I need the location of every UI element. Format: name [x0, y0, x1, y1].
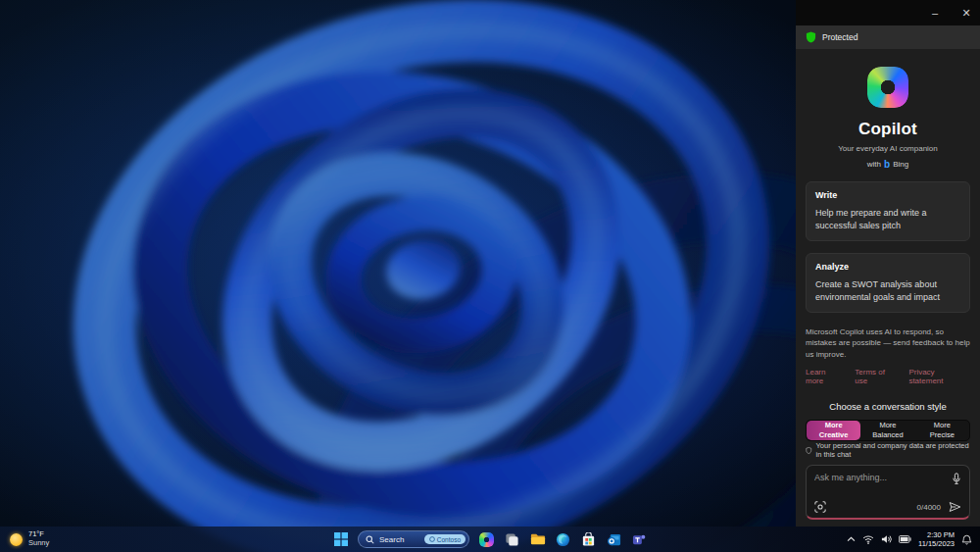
taskbar-clock[interactable]: 2:30 PM 11/15/2023 — [918, 530, 955, 548]
tray-chevron-up-icon[interactable] — [847, 536, 856, 542]
bing-label: Bing — [893, 160, 908, 169]
copilot-logo-icon — [867, 67, 908, 108]
taskbar-copilot-icon[interactable] — [478, 531, 495, 548]
chat-composer[interactable]: 0/4000 — [806, 465, 970, 520]
data-privacy-note: Your personal and company data are prote… — [806, 441, 970, 465]
char-counter: 0/4000 — [917, 503, 941, 512]
card-category: Analyze — [815, 262, 960, 272]
close-button[interactable]: ✕ — [953, 0, 980, 25]
send-icon[interactable] — [949, 501, 961, 513]
system-tray: 2:30 PM 11/15/2023 — [847, 527, 980, 552]
bing-icon: b — [884, 159, 890, 170]
terms-of-use-link[interactable]: Terms of use — [855, 368, 899, 385]
style-option-line1: More — [879, 421, 896, 430]
edge-button[interactable] — [555, 531, 571, 548]
with-label: with — [867, 160, 881, 169]
taskbar-center: Search Contoso — [0, 527, 980, 552]
legal-links: Learn more Terms of use Privacy statemen… — [806, 368, 970, 385]
panel-body: Copilot Your everyday AI companion with … — [796, 49, 980, 527]
search-highlight-badge[interactable]: Contoso — [424, 534, 466, 544]
search-icon — [366, 535, 374, 544]
chat-input[interactable] — [814, 473, 952, 482]
minimize-button[interactable]: – — [921, 0, 949, 25]
card-text: Help me prepare and write a successful s… — [815, 207, 960, 232]
task-view-button[interactable] — [504, 531, 520, 548]
copilot-title: Copilot — [806, 120, 970, 139]
visual-search-icon[interactable] — [814, 501, 826, 513]
ai-disclaimer: Microsoft Copilot uses AI to respond, so… — [806, 326, 970, 360]
volume-icon[interactable] — [881, 534, 892, 544]
style-option-more-creative[interactable]: More Creative — [807, 421, 860, 440]
search-label: Search — [379, 535, 419, 544]
style-option-line2: Creative — [819, 430, 849, 440]
sparkle-icon — [429, 536, 435, 542]
style-option-line1: More — [825, 421, 843, 430]
style-option-line2: Precise — [930, 430, 955, 440]
protected-label: Protected — [822, 32, 858, 42]
copilot-panel: – ✕ Protected Copilot Your everyday AI c… — [796, 0, 980, 527]
taskbar-search[interactable]: Search Contoso — [358, 530, 469, 548]
copilot-icon — [479, 532, 494, 547]
start-button[interactable] — [332, 531, 349, 548]
privacy-statement-link[interactable]: Privacy statement — [908, 368, 970, 385]
card-text: Create a SWOT analysis about environment… — [815, 278, 960, 304]
outlook-icon — [607, 532, 621, 547]
microphone-icon[interactable] — [952, 473, 961, 485]
suggestion-card-analyze[interactable]: Analyze Create a SWOT analysis about env… — [806, 253, 970, 313]
copilot-subtitle: Your everyday AI companion — [806, 144, 970, 153]
task-view-icon — [505, 532, 519, 547]
tray-date: 11/15/2023 — [918, 539, 955, 548]
file-explorer-button[interactable] — [529, 531, 546, 548]
card-category: Write — [815, 190, 960, 200]
shield-outline-icon — [806, 446, 812, 455]
privacy-note-text: Your personal and company data are prote… — [816, 441, 971, 459]
with-bing-line: with b Bing — [806, 159, 970, 170]
teams-button[interactable] — [631, 531, 648, 548]
conversation-style-title: Choose a conversation style — [806, 401, 970, 412]
style-option-line1: More — [934, 421, 951, 430]
panel-titlebar: – ✕ — [796, 0, 980, 25]
style-option-more-balanced[interactable]: More Balanced — [860, 421, 914, 440]
copilot-hero: Copilot Your everyday AI companion with … — [806, 67, 970, 170]
style-option-line2: Balanced — [872, 430, 903, 440]
suggestion-card-write[interactable]: Write Help me prepare and write a succes… — [806, 181, 970, 241]
style-option-more-precise[interactable]: More Precise — [915, 421, 969, 440]
weather-widget[interactable]: 71°F Sunny — [0, 527, 59, 552]
microsoft-store-button[interactable] — [580, 531, 597, 548]
learn-more-link[interactable]: Learn more — [806, 368, 845, 385]
outlook-button[interactable] — [606, 531, 622, 548]
search-badge-label: Contoso — [437, 536, 461, 543]
protected-status-bar: Protected — [796, 25, 980, 49]
windows-logo-icon — [334, 532, 348, 546]
tray-time: 2:30 PM — [927, 530, 955, 539]
sun-icon — [10, 533, 23, 546]
file-explorer-icon — [530, 532, 546, 546]
microsoft-store-icon — [581, 532, 596, 547]
wifi-icon[interactable] — [862, 535, 874, 544]
shield-icon — [806, 31, 816, 43]
taskbar: 71°F Sunny Search Contoso — [0, 527, 980, 552]
teams-icon — [632, 532, 647, 547]
edge-icon — [556, 532, 570, 547]
notification-bell-icon[interactable] — [961, 534, 972, 545]
battery-icon[interactable] — [899, 535, 911, 543]
conversation-style-selector: More Creative More Balanced More Precise — [806, 420, 970, 441]
weather-condition: Sunny — [28, 539, 49, 548]
